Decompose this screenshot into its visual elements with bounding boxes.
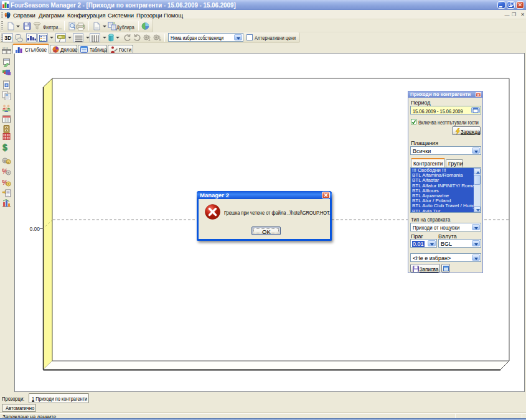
svg-text:12 13: 12 13: [2, 47, 8, 50]
svg-text:$: $: [2, 142, 7, 152]
svg-text:0.00: 0.00: [30, 226, 40, 232]
svg-text:s: s: [7, 161, 9, 164]
svg-text:ab: ab: [59, 35, 62, 39]
